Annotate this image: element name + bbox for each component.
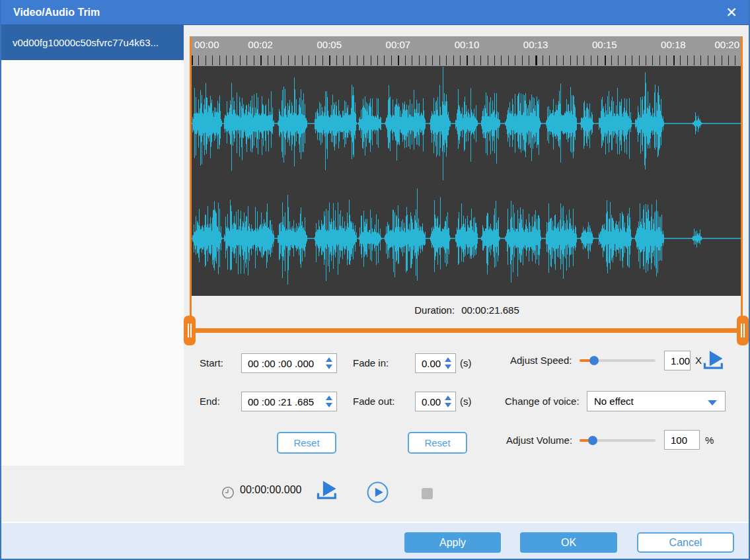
trim-range-bar[interactable] <box>192 328 742 333</box>
handle-grip <box>190 324 192 337</box>
ruler-label: 00:00 <box>194 39 219 50</box>
spin-up-icon[interactable] <box>326 396 332 400</box>
handle-grip <box>741 324 742 337</box>
start-label: Start: <box>200 353 223 373</box>
voice-effect-dropdown[interactable]: No effect <box>587 391 726 411</box>
speed-slider[interactable] <box>580 356 656 365</box>
speed-value-field[interactable]: 1.00 <box>664 351 691 370</box>
handle-grip <box>743 324 745 337</box>
adjust-volume-label: Adjust Volume: <box>506 431 572 450</box>
spin-down-icon[interactable] <box>445 365 451 369</box>
play-button-icon[interactable] <box>367 481 389 503</box>
chevron-down-icon <box>708 400 717 405</box>
spin-up-icon[interactable] <box>445 396 451 400</box>
volume-value: 100 <box>671 435 687 446</box>
fade-in-value: 0.00 <box>422 358 441 369</box>
trim-start-handle[interactable] <box>184 316 196 345</box>
speed-value: 1.00 <box>671 355 690 367</box>
fade-in-spinner[interactable] <box>441 357 455 369</box>
ruler-label: 00:07 <box>386 39 411 50</box>
fade-out-unit: (s) <box>460 392 472 411</box>
handle-grip <box>188 324 189 337</box>
fade-out-spinner[interactable] <box>441 396 455 407</box>
end-spinner[interactable] <box>322 396 336 407</box>
fade-out-label: Fade out: <box>353 392 394 411</box>
fade-in-label: Fade in: <box>353 353 389 373</box>
playback-position: 00:00:00.000 <box>240 484 301 496</box>
waveform-panel: 00:00 00:02 00:05 00:07 00:10 00:13 00:1… <box>192 36 742 296</box>
trim-end-line[interactable] <box>741 36 743 317</box>
fade-in-field[interactable]: 0.00 <box>415 353 456 373</box>
end-time-value: 00 :00 :21 .685 <box>248 396 314 407</box>
dialog-title: Video/Audio Trim <box>13 0 100 25</box>
spin-up-icon[interactable] <box>445 357 451 362</box>
play-from-start-icon[interactable] <box>317 480 338 501</box>
spin-up-icon[interactable] <box>326 357 332 362</box>
volume-slider[interactable] <box>580 436 656 445</box>
reset-fade-button[interactable]: Reset <box>408 432 467 454</box>
ruler-label: 00:05 <box>317 39 342 50</box>
title-bar: Video/Audio Trim ✕ <box>1 0 749 25</box>
fade-out-value: 0.00 <box>422 396 441 407</box>
start-time-value: 00 :00 :00 .000 <box>248 358 314 369</box>
ok-button[interactable]: OK <box>520 532 617 553</box>
waveform-canvas[interactable] <box>192 66 742 296</box>
clock-icon <box>221 485 235 500</box>
ruler-label: 00:15 <box>592 39 617 50</box>
cancel-button[interactable]: Cancel <box>637 532 734 553</box>
end-time-field[interactable]: 00 :00 :21 .685 <box>241 392 337 411</box>
volume-unit: % <box>705 431 714 450</box>
duration-readout: Duration:00:00:21.685 <box>192 296 742 326</box>
start-spinner[interactable] <box>322 357 336 369</box>
end-label: End: <box>200 392 220 411</box>
preview-speed-play-icon[interactable] <box>703 350 724 371</box>
ruler-label: 00:13 <box>523 39 548 50</box>
ruler-label: 00:18 <box>661 39 686 50</box>
sidebar-item-file[interactable]: v0d00fg10000c50sfvrc77u4k63... <box>1 25 184 60</box>
duration-label: Duration: <box>414 304 455 316</box>
apply-button[interactable]: Apply <box>404 532 501 553</box>
reset-trim-button[interactable]: Reset <box>277 432 336 454</box>
trim-end-handle[interactable] <box>737 316 749 345</box>
slider-thumb[interactable] <box>588 436 597 445</box>
close-icon[interactable]: ✕ <box>721 3 742 22</box>
spin-down-icon[interactable] <box>326 403 332 407</box>
start-time-field[interactable]: 00 :00 :00 .000 <box>241 353 337 373</box>
timeline-ruler[interactable]: 00:00 00:02 00:05 00:07 00:10 00:13 00:1… <box>192 36 742 66</box>
ruler-label: 00:10 <box>455 39 480 50</box>
adjust-speed-label: Adjust Speed: <box>510 351 572 370</box>
trim-start-line[interactable] <box>190 36 192 317</box>
fade-out-field[interactable]: 0.00 <box>415 392 456 411</box>
ruler-ticks <box>192 55 742 65</box>
trim-dialog: Video/Audio Trim ✕ v0d00fg10000c50sfvrc7… <box>0 0 750 560</box>
spin-down-icon[interactable] <box>326 365 332 369</box>
slider-thumb[interactable] <box>589 356 599 365</box>
ruler-label: 00:20 <box>714 39 739 50</box>
voice-effect-value: No effect <box>594 396 634 407</box>
change-of-voice-label: Change of voice: <box>505 392 580 411</box>
stop-button[interactable] <box>422 488 433 499</box>
footer-bar: Apply OK Cancel <box>1 522 749 560</box>
fade-in-unit: (s) <box>460 353 472 373</box>
ruler-label: 00:02 <box>248 39 273 50</box>
spin-down-icon[interactable] <box>445 403 451 407</box>
speed-unit: X <box>695 351 702 370</box>
duration-value: 00:00:21.685 <box>461 304 519 316</box>
file-list-sidebar: v0d00fg10000c50sfvrc77u4k63... <box>1 25 184 466</box>
volume-value-field[interactable]: 100 <box>664 430 700 450</box>
